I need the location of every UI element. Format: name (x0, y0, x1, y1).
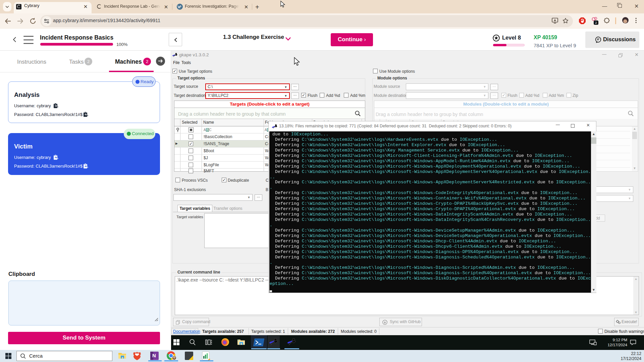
svg-text:2: 2 (595, 21, 597, 24)
